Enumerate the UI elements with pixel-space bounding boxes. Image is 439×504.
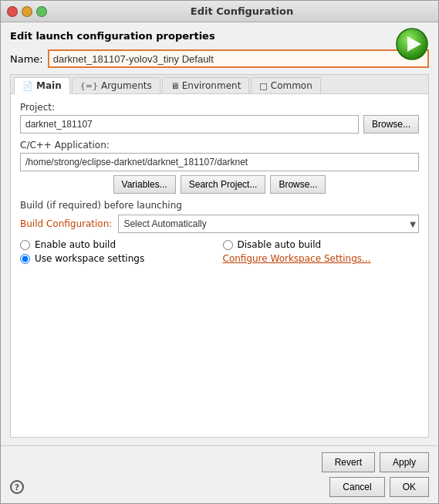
build-config-select-wrapper: Select Automatically Debug Release ▼	[118, 215, 419, 233]
build-config-select[interactable]: Select Automatically Debug Release	[118, 215, 419, 233]
run-icon[interactable]	[395, 27, 429, 63]
cpp-app-input[interactable]	[20, 153, 419, 171]
main-content: Edit launch configuration properties Na	[1, 22, 438, 445]
tabs-row: 📄 Main {=} Arguments 🖥 Environment □ Com…	[11, 75, 428, 94]
tabs-panel: 📄 Main {=} Arguments 🖥 Environment □ Com…	[10, 74, 429, 438]
project-label: Project:	[20, 102, 419, 113]
cancel-button[interactable]: Cancel	[329, 477, 384, 497]
name-label: Name:	[10, 53, 43, 65]
cpp-path-row	[20, 153, 419, 171]
tab-environment[interactable]: 🖥 Environment	[162, 77, 250, 93]
name-row: Name:	[10, 49, 429, 68]
project-group: Project: Browse...	[20, 102, 419, 134]
page-subtitle: Edit launch configuration properties	[10, 30, 429, 42]
apply-button[interactable]: Apply	[380, 452, 429, 472]
project-row: Browse...	[20, 115, 419, 134]
common-tab-icon: □	[259, 81, 267, 91]
environment-tab-label: Environment	[182, 80, 241, 91]
disable-auto-build-label: Disable auto build	[238, 239, 322, 250]
name-input[interactable]	[48, 49, 429, 68]
enable-auto-build-row: Enable auto build	[20, 239, 217, 250]
common-tab-label: Common	[271, 80, 312, 91]
edit-configuration-window: Edit Configuration Edit launch configura…	[0, 0, 439, 504]
disable-auto-build-radio[interactable]	[223, 240, 233, 250]
use-workspace-label: Use workspace settings	[35, 253, 144, 264]
tab-main[interactable]: 📄 Main	[14, 77, 70, 94]
close-button[interactable]	[7, 6, 18, 17]
titlebar: Edit Configuration	[1, 1, 438, 22]
help-button[interactable]: ?	[10, 480, 24, 494]
arguments-tab-label: Arguments	[101, 80, 152, 91]
arguments-tab-icon: {=}	[80, 81, 98, 91]
cpp-app-group: C/C++ Application: Variables... Search P…	[20, 140, 419, 194]
radio-group: Enable auto build Disable auto build Use…	[20, 239, 419, 264]
help-area: ?	[10, 480, 325, 494]
project-input[interactable]	[20, 115, 359, 134]
cpp-browse-button[interactable]: Browse...	[270, 175, 326, 194]
window-title: Edit Configuration	[52, 5, 432, 17]
disable-auto-build-row: Disable auto build	[223, 239, 420, 250]
enable-auto-build-label: Enable auto build	[35, 239, 116, 250]
tab-common[interactable]: □ Common	[251, 77, 320, 93]
build-config-label: Build Configuration:	[20, 218, 112, 229]
tab-arguments[interactable]: {=} Arguments	[72, 77, 160, 93]
use-workspace-row: Use workspace settings	[20, 253, 217, 264]
cpp-buttons-row: Variables... Search Project... Browse...	[20, 175, 419, 194]
main-tab-label: Main	[36, 80, 62, 91]
revert-apply-row: Revert Apply	[10, 452, 429, 472]
configure-workspace-row: Configure Workspace Settings...	[223, 253, 420, 264]
project-browse-button[interactable]: Browse...	[363, 115, 419, 134]
maximize-button[interactable]	[36, 6, 47, 17]
bottom-area: Revert Apply ? Cancel OK	[1, 445, 438, 503]
tab-content-main: Project: Browse... C/C++ Application: Va…	[11, 94, 428, 437]
minimize-button[interactable]	[22, 6, 32, 17]
revert-button[interactable]: Revert	[322, 452, 375, 472]
build-section: Build (if required) before launching Bui…	[20, 200, 419, 264]
header-area: Edit launch configuration properties	[10, 30, 429, 49]
environment-tab-icon: 🖥	[171, 81, 179, 91]
cpp-app-label: C/C++ Application:	[20, 140, 419, 151]
enable-auto-build-radio[interactable]	[20, 240, 30, 250]
build-config-row: Build Configuration: Select Automaticall…	[20, 215, 419, 233]
search-project-button[interactable]: Search Project...	[181, 175, 266, 194]
build-section-label: Build (if required) before launching	[20, 200, 419, 211]
cancel-ok-row: ? Cancel OK	[10, 477, 429, 497]
configure-workspace-link[interactable]: Configure Workspace Settings...	[223, 253, 371, 264]
main-tab-icon: 📄	[22, 81, 33, 91]
window-controls	[7, 6, 47, 17]
ok-button[interactable]: OK	[390, 477, 429, 497]
use-workspace-radio[interactable]	[20, 254, 30, 264]
variables-button[interactable]: Variables...	[113, 175, 176, 194]
